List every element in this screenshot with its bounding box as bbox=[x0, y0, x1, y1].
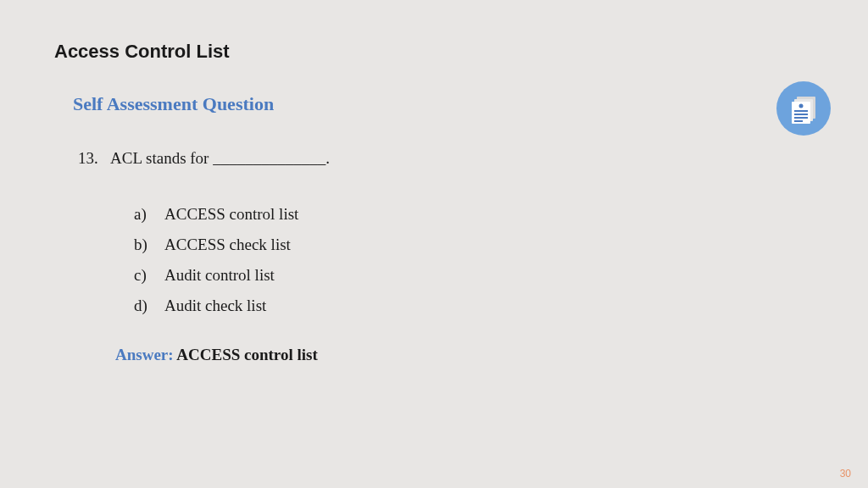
slide-title: Access Control List bbox=[54, 41, 814, 63]
document-icon-svg bbox=[787, 92, 821, 125]
svg-point-3 bbox=[799, 104, 804, 108]
slide-container: Access Control List Self Assessment Ques… bbox=[0, 0, 868, 488]
question-number: 13. bbox=[78, 149, 110, 168]
page-number: 30 bbox=[840, 468, 851, 480]
question-text: ACL stands for ______________. bbox=[110, 149, 330, 168]
document-stack-icon bbox=[776, 81, 831, 136]
section-subtitle: Self Assessment Question bbox=[73, 93, 814, 115]
option-a: a) ACCESS control list bbox=[134, 205, 814, 224]
option-text: ACCESS control list bbox=[164, 205, 298, 224]
option-letter: b) bbox=[134, 236, 164, 254]
option-c: c) Audit control list bbox=[134, 266, 814, 285]
answer-label: Answer: bbox=[115, 346, 174, 363]
answer-text: ACCESS control list bbox=[174, 346, 318, 363]
option-text: Audit check list bbox=[164, 297, 266, 315]
option-letter: d) bbox=[134, 297, 164, 315]
svg-rect-4 bbox=[794, 110, 808, 112]
svg-rect-5 bbox=[794, 114, 808, 115]
svg-rect-6 bbox=[794, 117, 808, 119]
option-letter: c) bbox=[134, 266, 164, 285]
option-b: b) ACCESS check list bbox=[134, 236, 814, 254]
option-letter: a) bbox=[134, 205, 164, 224]
option-text: Audit control list bbox=[164, 266, 275, 285]
option-d: d) Audit check list bbox=[134, 297, 814, 315]
options-list: a) ACCESS control list b) ACCESS check l… bbox=[134, 205, 814, 315]
option-text: ACCESS check list bbox=[164, 236, 291, 254]
svg-rect-7 bbox=[794, 120, 803, 122]
question-row: 13. ACL stands for ______________. bbox=[78, 149, 814, 168]
answer-row: Answer: ACCESS control list bbox=[115, 346, 814, 364]
